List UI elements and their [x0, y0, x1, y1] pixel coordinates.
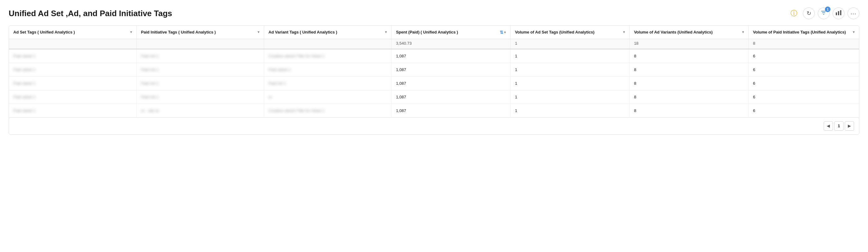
cell-volpaid: 6 [749, 76, 859, 90]
total-paid [136, 39, 264, 49]
col-header-voladvar[interactable]: Volume of Ad Variants (Unified Analytics… [630, 26, 749, 39]
cell-paid: Paid init 1 [136, 76, 264, 90]
cell-spent: 1,087 [392, 63, 510, 76]
page-container: Unified Ad Set ,Ad, and Paid Initiative … [0, 0, 868, 135]
chevron-down-icon: ▾ [504, 30, 506, 34]
table-container: Ad Set Tags ( Unified Analytics ) ▾ Paid… [9, 25, 859, 135]
chevron-down-icon: ▾ [742, 30, 744, 34]
cell-voladset: 1 [510, 49, 630, 63]
filter-button[interactable]: 1 [818, 7, 830, 19]
svg-rect-2 [840, 10, 841, 15]
table-body: Paid adset 1Paid init 1Creative advert T… [9, 49, 859, 117]
table-totals-row: 3,540.73 1 18 8 [9, 39, 859, 49]
cell-paid: Paid init 1 [136, 90, 264, 104]
chevron-down-icon: ▾ [258, 30, 259, 34]
cell-advariant: Creative advert Title for Adset 1 [264, 104, 392, 117]
table-row: Paid adset 1Paid init 1or1,087186 [9, 90, 859, 104]
prev-icon: ◀ [827, 123, 830, 128]
table-header-row: Ad Set Tags ( Unified Analytics ) ▾ Paid… [9, 26, 859, 39]
cell-advariant: Creative advert Title for Adset 1 [264, 49, 392, 63]
svg-rect-1 [838, 11, 839, 15]
cell-adset: Paid adset 1 [9, 49, 136, 63]
cell-volpaid: 6 [749, 63, 859, 76]
data-table: Ad Set Tags ( Unified Analytics ) ▾ Paid… [9, 26, 859, 117]
cell-spent: 1,087 [392, 76, 510, 90]
total-adset [9, 39, 136, 49]
warning-button[interactable]: ⓘ [788, 7, 800, 19]
next-page-button[interactable]: ▶ [845, 121, 854, 131]
total-advariant [264, 39, 392, 49]
table-row: Paid adset 1Paid init 1Paid adset 11,087… [9, 63, 859, 76]
cell-adset: Paid adset 1 [9, 104, 136, 117]
col-header-paid[interactable]: Paid Initiative Tags ( Unified Analytics… [136, 26, 264, 39]
cell-adset: Paid adset 1 [9, 90, 136, 104]
cell-voladvar: 8 [630, 90, 749, 104]
header-actions: ⓘ ↻ 1 [788, 7, 859, 19]
warning-icon: ⓘ [790, 9, 797, 18]
cell-voladset: 1 [510, 76, 630, 90]
cell-spent: 1,087 [392, 49, 510, 63]
cell-voladvar: 8 [630, 104, 749, 117]
svg-rect-0 [836, 12, 837, 15]
cell-voladvar: 8 [630, 63, 749, 76]
cell-adset: Paid adset 1 [9, 76, 136, 90]
chart-icon [835, 10, 842, 17]
more-options-icon: ··· [850, 10, 857, 17]
cell-advariant: or [264, 90, 392, 104]
cell-voladset: 1 [510, 63, 630, 76]
cell-voladset: 1 [510, 104, 630, 117]
cell-paid: Paid init 1 [136, 63, 264, 76]
refresh-button[interactable]: ↻ [803, 7, 815, 19]
filter-badge: 1 [825, 6, 831, 12]
col-header-spent[interactable]: Spent (Paid) ( Unified Analytics ) ⇅ ▾ [392, 26, 510, 39]
chevron-down-icon: ▾ [623, 30, 625, 34]
col-header-adset[interactable]: Ad Set Tags ( Unified Analytics ) ▾ [9, 26, 136, 39]
table-row: Paid adset 1Paid init 1Creative advert T… [9, 49, 859, 63]
page-number: 1 [838, 123, 840, 128]
cell-voladset: 1 [510, 90, 630, 104]
total-voladvar: 18 [630, 39, 749, 49]
pagination-row: ◀ 1 ▶ [9, 117, 859, 134]
total-volpaid: 8 [749, 39, 859, 49]
cell-voladvar: 8 [630, 76, 749, 90]
chevron-down-icon: ▾ [385, 30, 387, 34]
col-header-volpaid[interactable]: Volume of Paid Initiative Tags (Unified … [749, 26, 859, 39]
cell-volpaid: 6 [749, 90, 859, 104]
cell-spent: 1,087 [392, 90, 510, 104]
cell-volpaid: 6 [749, 104, 859, 117]
col-header-voladset[interactable]: Volume of Ad Set Tags (Unified Analytics… [510, 26, 630, 39]
page-title: Unified Ad Set ,Ad, and Paid Initiative … [9, 9, 172, 18]
col-header-advariant[interactable]: Ad Variant Tags ( Unified Analytics ) ▾ [264, 26, 392, 39]
chart-button[interactable] [833, 7, 844, 19]
cell-spent: 1,087 [392, 104, 510, 117]
cell-adset: Paid adset 1 [9, 63, 136, 76]
total-voladset: 1 [510, 39, 630, 49]
refresh-icon: ↻ [807, 10, 811, 17]
header-row: Unified Ad Set ,Ad, and Paid Initiative … [9, 7, 859, 19]
table-row: Paid adset 1or - site idCreative advert … [9, 104, 859, 117]
prev-page-button[interactable]: ◀ [824, 121, 833, 131]
total-spent: 3,540.73 [392, 39, 510, 49]
chevron-down-icon: ▾ [853, 30, 855, 34]
next-icon: ▶ [848, 123, 851, 128]
current-page-button[interactable]: 1 [834, 121, 843, 131]
cell-paid: Paid init 1 [136, 49, 264, 63]
table-row: Paid adset 1Paid init 1Paid init 11,0871… [9, 76, 859, 90]
chevron-down-icon: ▾ [130, 30, 132, 34]
cell-volpaid: 6 [749, 49, 859, 63]
sort-icon: ⇅ [500, 30, 503, 35]
cell-paid: or - site id [136, 104, 264, 117]
cell-advariant: Paid init 1 [264, 76, 392, 90]
cell-advariant: Paid adset 1 [264, 63, 392, 76]
more-options-button[interactable]: ··· [847, 7, 859, 19]
cell-voladvar: 8 [630, 49, 749, 63]
